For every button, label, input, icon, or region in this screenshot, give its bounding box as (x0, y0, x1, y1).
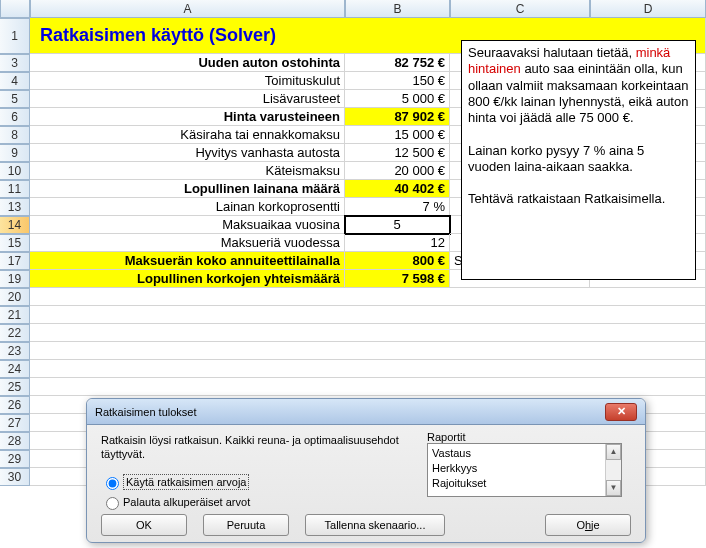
row-header-3[interactable]: 3 (0, 54, 30, 72)
save-scenario-button[interactable]: Tallenna skenaario... (305, 514, 445, 536)
label-hyvitys[interactable]: Hyvitys vanhasta autosta (30, 144, 345, 162)
label-toimituskulut[interactable]: Toimituskulut (30, 72, 345, 90)
label-korkoprosentti[interactable]: Lainan korkoprosentti (30, 198, 345, 216)
value-korkojen-yhteismaara[interactable]: 7 598 € (345, 270, 450, 288)
cell-row24[interactable] (30, 360, 706, 378)
value-hinta-varusteineen[interactable]: 87 902 € (345, 108, 450, 126)
row-header-13[interactable]: 13 (0, 198, 30, 216)
cancel-button[interactable]: Peruuta (203, 514, 289, 536)
select-all-corner[interactable] (0, 0, 30, 18)
note-textbox: Seuraavaksi halutaan tietää, minkä hinta… (461, 40, 696, 280)
label-maksueria[interactable]: Maksueriä vuodessa (30, 234, 345, 252)
row-header-30[interactable]: 30 (0, 468, 30, 486)
row-header-15[interactable]: 15 (0, 234, 30, 252)
dialog-message: Ratkaisin löysi ratkaisun. Kaikki reuna-… (101, 433, 411, 462)
col-header-D[interactable]: D (590, 0, 706, 18)
label-hinta-varusteineen[interactable]: Hinta varusteineen (30, 108, 345, 126)
close-icon: ✕ (617, 405, 626, 418)
value-maksueria[interactable]: 12 (345, 234, 450, 252)
label-kateismaksu[interactable]: Käteismaksu (30, 162, 345, 180)
label-korkojen-yhteismaara[interactable]: Lopullinen korkojen yhteismäärä (30, 270, 345, 288)
label-maksuaikaa[interactable]: Maksuaikaa vuosina (30, 216, 345, 234)
radio-keep-label: Käytä ratkaisimen arvoja (123, 474, 249, 490)
close-button[interactable]: ✕ (605, 403, 637, 421)
scroll-up-icon[interactable]: ▲ (606, 444, 621, 460)
value-ostohinta[interactable]: 82 752 € (345, 54, 450, 72)
row-header-27[interactable]: 27 (0, 414, 30, 432)
value-maksueran-koko[interactable]: 800 € (345, 252, 450, 270)
row-header-19[interactable]: 19 (0, 270, 30, 288)
value-korkoprosentti[interactable]: 7 % (345, 198, 450, 216)
radio-keep-solution[interactable] (106, 477, 119, 490)
label-lopullinen-laina[interactable]: Lopullinen lainana määrä (30, 180, 345, 198)
row-header-5[interactable]: 5 (0, 90, 30, 108)
note-p2: Lainan korko pysyy 7 % aina 5 vuoden lai… (468, 143, 644, 174)
row-header-20[interactable]: 20 (0, 288, 30, 306)
report-item-limits[interactable]: Rajoitukset (432, 476, 617, 491)
report-item-answer[interactable]: Vastaus (432, 446, 617, 461)
col-header-B[interactable]: B (345, 0, 450, 18)
row-header-29[interactable]: 29 (0, 450, 30, 468)
label-maksueran-koko[interactable]: Maksuerän koko annuiteettilainalla (30, 252, 345, 270)
row-header-9[interactable]: 9 (0, 144, 30, 162)
note-p3: Tehtävä ratkaistaan Ratkaisimella. (468, 191, 665, 206)
col-header-A[interactable]: A (30, 0, 345, 18)
value-kasiraha[interactable]: 15 000 € (345, 126, 450, 144)
label-kasiraha[interactable]: Käsiraha tai ennakkomaksu (30, 126, 345, 144)
row-header-10[interactable]: 10 (0, 162, 30, 180)
value-hyvitys[interactable]: 12 500 € (345, 144, 450, 162)
row-header-23[interactable]: 23 (0, 342, 30, 360)
row-header-25[interactable]: 25 (0, 378, 30, 396)
row-header-28[interactable]: 28 (0, 432, 30, 450)
row-header-4[interactable]: 4 (0, 72, 30, 90)
help-button[interactable]: Ohje (545, 514, 631, 536)
solver-results-dialog: Ratkaisimen tulokset ✕ Ratkaisin löysi r… (86, 398, 646, 543)
reports-label: Raportit (427, 431, 622, 443)
reports-scrollbar[interactable]: ▲ ▼ (605, 444, 621, 496)
cell-row22[interactable] (30, 324, 706, 342)
radio-restore-original[interactable] (106, 497, 119, 510)
radio-restore-label: Palauta alkuperäiset arvot (123, 496, 250, 508)
row-header-1[interactable]: 1 (0, 18, 30, 54)
value-lisavarusteet[interactable]: 5 000 € (345, 90, 450, 108)
label-lisavarusteet[interactable]: Lisävarusteet (30, 90, 345, 108)
row-header-17[interactable]: 17 (0, 252, 30, 270)
dialog-title: Ratkaisimen tulokset (95, 406, 197, 418)
cell-row21[interactable] (30, 306, 706, 324)
row-header-26[interactable]: 26 (0, 396, 30, 414)
row-header-14[interactable]: 14 (0, 216, 30, 234)
value-kateismaksu[interactable]: 20 000 € (345, 162, 450, 180)
note-p1a: Seuraavaksi halutaan tietää, (468, 45, 636, 60)
row-header-11[interactable]: 11 (0, 180, 30, 198)
reports-listbox[interactable]: Vastaus Herkkyys Rajoitukset ▲ ▼ (427, 443, 622, 497)
row-header-21[interactable]: 21 (0, 306, 30, 324)
cell-row23[interactable] (30, 342, 706, 360)
report-item-sensitivity[interactable]: Herkkyys (432, 461, 617, 476)
value-lopullinen-laina[interactable]: 40 402 € (345, 180, 450, 198)
dialog-titlebar[interactable]: Ratkaisimen tulokset ✕ (87, 399, 645, 425)
scroll-down-icon[interactable]: ▼ (606, 480, 621, 496)
col-header-C[interactable]: C (450, 0, 590, 18)
cell-row25[interactable] (30, 378, 706, 396)
ok-button[interactable]: OK (101, 514, 187, 536)
active-cell-b14[interactable]: 5 (345, 216, 450, 234)
value-toimituskulut[interactable]: 150 € (345, 72, 450, 90)
row-header-8[interactable]: 8 (0, 126, 30, 144)
row-header-22[interactable]: 22 (0, 324, 30, 342)
row-header-24[interactable]: 24 (0, 360, 30, 378)
cell-row20[interactable] (30, 288, 706, 306)
row-header-6[interactable]: 6 (0, 108, 30, 126)
label-ostohinta[interactable]: Uuden auton ostohinta (30, 54, 345, 72)
